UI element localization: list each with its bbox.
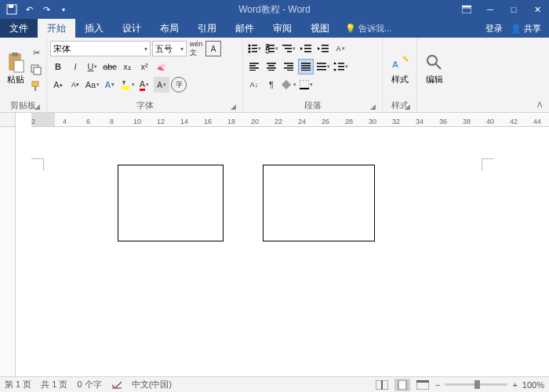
line-spacing-button[interactable]	[333, 59, 348, 74]
format-painter-icon[interactable]	[29, 79, 43, 93]
bold-button[interactable]: B	[50, 59, 66, 74]
tab-file[interactable]: 文件	[0, 19, 38, 38]
bullets-button[interactable]	[246, 41, 262, 56]
zoom-in-button[interactable]: +	[512, 380, 517, 390]
align-center-button[interactable]	[264, 59, 279, 74]
status-language[interactable]: 中文(中国)	[132, 379, 172, 390]
rectangle-shape-1[interactable]	[118, 165, 224, 241]
svg-rect-27	[304, 45, 311, 46]
rectangle-shape-2[interactable]	[263, 165, 375, 241]
status-pages[interactable]: 共 1 页	[41, 379, 67, 390]
enclose-char-button[interactable]: 字	[171, 77, 187, 93]
svg-rect-49	[317, 63, 326, 64]
copy-icon[interactable]	[29, 63, 43, 77]
borders-button[interactable]	[298, 77, 314, 93]
svg-rect-63	[416, 380, 429, 383]
qat-dropdown-icon[interactable]: ▾	[56, 2, 71, 16]
paste-label: 粘贴	[7, 74, 24, 85]
vertical-ruler[interactable]	[0, 127, 16, 376]
spellcheck-icon[interactable]	[111, 380, 122, 390]
underline-button[interactable]: U	[85, 59, 100, 74]
minimize-button[interactable]: ─	[478, 0, 502, 19]
font-color-button[interactable]: A	[136, 77, 152, 93]
collapse-ribbon-icon[interactable]: ᐱ	[533, 100, 546, 111]
char-border-icon[interactable]: A	[205, 41, 221, 56]
zoom-level[interactable]: 100%	[522, 380, 544, 390]
strikethrough-button[interactable]: abc	[102, 59, 118, 74]
svg-rect-51	[317, 69, 326, 71]
tab-mailings[interactable]: 邮件	[226, 19, 264, 38]
print-layout-icon[interactable]	[394, 379, 410, 391]
styles-button[interactable]: A 样式	[386, 39, 413, 100]
font-launcher-icon[interactable]: ◢	[228, 103, 238, 112]
svg-rect-2	[462, 5, 471, 7]
status-page[interactable]: 第 1 页	[5, 379, 31, 390]
font-name-combo[interactable]: 宋体▾	[50, 41, 151, 56]
align-left-button[interactable]	[246, 59, 262, 74]
tab-insert[interactable]: 插入	[75, 19, 113, 38]
sort-button[interactable]: A↓	[246, 77, 262, 93]
editing-label-btn: 编辑	[426, 74, 443, 85]
show-marks-button[interactable]: ¶	[264, 77, 279, 93]
tab-design[interactable]: 设计	[113, 19, 151, 38]
zoom-out-button[interactable]: −	[435, 380, 440, 390]
tab-layout[interactable]: 布局	[151, 19, 188, 38]
increase-indent-button[interactable]	[315, 41, 331, 56]
zoom-thumb[interactable]	[474, 380, 480, 389]
text-effects-button[interactable]: A	[102, 77, 118, 93]
editing-button[interactable]: 编辑	[420, 39, 449, 100]
italic-button[interactable]: I	[67, 59, 83, 74]
undo-icon[interactable]: ↶	[22, 2, 36, 16]
justify-button[interactable]	[298, 59, 314, 74]
superscript-button[interactable]: x²	[136, 59, 152, 74]
svg-rect-8	[34, 67, 41, 74]
svg-rect-10	[35, 86, 36, 91]
close-button[interactable]: ✕	[525, 0, 549, 19]
asian-layout-button[interactable]: A	[333, 41, 348, 56]
paste-button[interactable]: 粘贴	[3, 39, 27, 100]
styles-launcher-icon[interactable]: ◢	[402, 103, 412, 112]
page[interactable]	[16, 127, 549, 376]
zoom-slider[interactable]	[445, 383, 507, 386]
change-case-button[interactable]: Aa	[85, 77, 100, 93]
subscript-button[interactable]: x₂	[119, 59, 135, 74]
decrease-indent-button[interactable]	[298, 41, 314, 56]
shading-button[interactable]	[281, 77, 296, 93]
paragraph-launcher-icon[interactable]: ◢	[368, 103, 377, 112]
quick-access-toolbar: ↶ ↷ ▾	[0, 2, 75, 16]
tell-me-search[interactable]: 💡 告诉我...	[345, 19, 391, 38]
tab-references[interactable]: 引用	[188, 19, 226, 38]
multilevel-list-button[interactable]	[281, 41, 296, 56]
tab-view[interactable]: 视图	[301, 19, 339, 38]
clear-format-icon[interactable]	[154, 59, 169, 74]
horizontal-ruler[interactable]: 2 46810121416182022242628303234363840424…	[31, 113, 549, 127]
tab-review[interactable]: 审阅	[264, 19, 301, 38]
share-button[interactable]: 👤 共享	[511, 23, 541, 34]
paragraph-label: 段落	[304, 100, 322, 110]
login-link[interactable]: 登录	[485, 23, 503, 34]
window-title: Word教程 - Word	[238, 3, 311, 16]
shrink-font-button[interactable]: A▾	[67, 77, 83, 93]
save-icon[interactable]	[5, 2, 19, 16]
read-mode-icon[interactable]	[374, 379, 390, 391]
highlight-button[interactable]	[119, 77, 135, 93]
char-shading-button[interactable]: A	[154, 77, 169, 93]
align-right-button[interactable]	[281, 59, 296, 74]
cut-icon[interactable]: ✂	[29, 46, 43, 60]
ribbon: 粘贴 ✂ 剪贴板◢ 宋体▾ 五号▾ wén文 A B I U abc x	[0, 38, 549, 113]
clipboard-launcher-icon[interactable]: ◢	[32, 103, 42, 112]
maximize-button[interactable]: □	[502, 0, 525, 19]
title-bar: ↶ ↷ ▾ Word教程 - Word ─ □ ✕	[0, 0, 549, 19]
web-layout-icon[interactable]	[415, 379, 431, 391]
redo-icon[interactable]: ↷	[39, 2, 53, 16]
tab-home[interactable]: 开始	[38, 19, 75, 38]
status-words[interactable]: 0 个字	[77, 379, 101, 390]
svg-rect-60	[381, 380, 383, 390]
grow-font-button[interactable]: A▴	[50, 77, 66, 93]
ribbon-options-icon[interactable]	[455, 0, 478, 19]
phonetic-guide-icon[interactable]: wén文	[188, 41, 204, 56]
distribute-button[interactable]	[315, 59, 331, 74]
font-size-combo[interactable]: 五号▾	[152, 41, 187, 56]
group-paragraph: 123 A A↓ ¶ 段落◢	[243, 38, 383, 112]
numbering-button[interactable]: 123	[264, 41, 279, 56]
